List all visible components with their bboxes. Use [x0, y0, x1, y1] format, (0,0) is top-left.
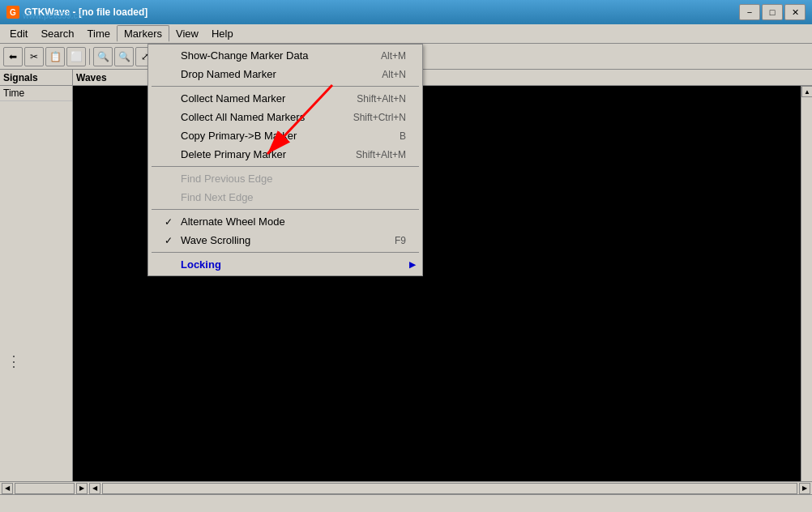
menu-find-next-edge[interactable]: Find Next Edge [148, 188, 422, 207]
markers-dropdown-menu: Show-Change Marker Data Alt+M Drop Named… [147, 44, 423, 276]
scroll-up-button[interactable]: ▲ [801, 86, 812, 97]
h-scroll-left-waves[interactable]: ◀ [89, 483, 100, 494]
h-scroll-left[interactable]: ◀ [2, 483, 13, 494]
menu-sep-3 [152, 209, 419, 210]
menu-alternate-wheel[interactable]: ✓ Alternate Wheel Mode [148, 212, 422, 231]
toolbar-btn-1[interactable]: ⬅ [3, 47, 23, 66]
toolbar-separator-1 [89, 49, 90, 65]
window-controls: − □ ✕ [739, 4, 806, 20]
dots-indicator: ⋮ [3, 349, 26, 373]
menu-show-change-marker[interactable]: Show-Change Marker Data Alt+M [148, 46, 422, 65]
menu-sep-4 [152, 252, 419, 253]
horizontal-scrollbar-row: ◀ ▶ ◀ ▶ [0, 481, 812, 494]
menu-find-prev-edge[interactable]: Find Previous Edge [148, 169, 422, 188]
h-scroll-track-signals[interactable] [15, 483, 75, 494]
signals-panel: Signals Time ⋮ [0, 70, 73, 494]
menu-sep-1 [152, 86, 419, 87]
toolbar-zoom-out[interactable]: 🔍 [114, 47, 134, 66]
watermark: www.pc6359.cn [23, 11, 83, 20]
menu-sep-2 [152, 166, 419, 167]
h-scroll-right-signals[interactable]: ▶ [76, 483, 88, 494]
toolbar-zoom-in[interactable]: 🔍 [93, 47, 113, 66]
menu-item-time[interactable]: Time [81, 26, 117, 41]
menu-item-search[interactable]: Search [34, 26, 80, 41]
menu-drop-named-marker[interactable]: Drop Named Marker Alt+N [148, 65, 422, 83]
maximize-button[interactable]: □ [762, 4, 783, 20]
status-bar [0, 494, 812, 512]
submenu-arrow: ▶ [409, 260, 416, 269]
app-icon: G [6, 6, 19, 19]
menu-delete-primary-marker[interactable]: Delete Primary Marker Shift+Alt+M [148, 145, 422, 164]
signal-item-time[interactable]: Time [0, 86, 72, 101]
minimize-button[interactable]: − [739, 4, 760, 20]
menu-collect-named-marker[interactable]: Collect Named Marker Shift+Alt+N [148, 89, 422, 108]
toolbar-btn-4[interactable]: ⬜ [66, 47, 86, 66]
menu-locking[interactable]: Locking ▶ [148, 255, 422, 274]
h-scroll-right-waves[interactable]: ▶ [799, 483, 810, 494]
menu-item-markers[interactable]: Markers [117, 25, 169, 42]
toolbar-btn-3[interactable]: 📋 [45, 47, 65, 66]
h-scroll-track-waves[interactable] [102, 483, 797, 494]
menu-copy-primary-b[interactable]: Copy Primary->B Marker B [148, 126, 422, 145]
vertical-scrollbar[interactable]: ▲ ▼ [801, 86, 812, 494]
toolbar-btn-2[interactable]: ✂ [24, 47, 44, 66]
menu-bar: Edit Search Time Markers View Help [0, 24, 812, 44]
menu-wave-scrolling[interactable]: ✓ Wave Scrolling F9 [148, 231, 422, 250]
menu-item-view[interactable]: View [169, 26, 205, 41]
title-bar: G www.pc6359.cn GTKWave - [no file loade… [0, 0, 812, 24]
scroll-track-v[interactable] [801, 97, 812, 483]
menu-item-edit[interactable]: Edit [3, 26, 34, 41]
menu-collect-all-named-markers[interactable]: Collect All Named Markers Shift+Ctrl+N [148, 108, 422, 126]
close-button[interactable]: ✕ [784, 4, 806, 20]
menu-item-help[interactable]: Help [205, 26, 240, 41]
signals-panel-header: Signals [0, 70, 72, 86]
